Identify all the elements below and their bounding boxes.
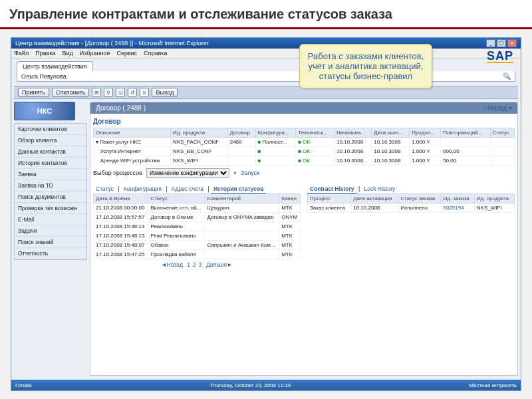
ie-window: Центр взаимодействия - [Договор ( 2488 )… <box>11 37 521 391</box>
col-header: Повторяющий... <box>441 128 490 138</box>
exit-button[interactable]: Выход <box>152 88 178 97</box>
sidebar-item[interactable]: Отчетность <box>15 248 86 259</box>
history-tab[interactable]: Статус <box>93 185 116 193</box>
status-ready: Готово <box>15 382 32 388</box>
decline-button[interactable]: Отклонить <box>52 88 89 97</box>
table-row[interactable]: ▾ Пакет услуг НКСNKS_PACK_CONF2488Полнос… <box>94 138 515 147</box>
col-header: Канал <box>279 194 301 203</box>
sap-logo: SAP <box>487 49 513 63</box>
sidebar-item[interactable]: Поиск документов <box>15 192 86 203</box>
pager: ◄Назад 123 Дальше► <box>93 261 301 268</box>
right-tabs: Contract History | Lock History <box>307 186 515 192</box>
col-header: Конфигура... <box>255 128 296 138</box>
pager-page[interactable]: 3 <box>199 261 202 268</box>
sidebar-item[interactable]: Заявка на ТО <box>15 180 86 192</box>
process-label: Выбор процессов <box>93 170 142 176</box>
table-row[interactable]: 17.10.2008 15:48:07ОбзвонСапрыкин и Акаш… <box>94 241 301 250</box>
tool-icon-2[interactable]: ⚲ <box>104 88 113 97</box>
nks-logo: НКС <box>14 102 75 120</box>
callout-note: Работа с заказами клиентов, учет и анали… <box>299 44 432 88</box>
history-tabs: Статус | Конфигурация | Адрес счета | Ис… <box>93 186 301 192</box>
minimize-button[interactable]: _ <box>486 39 495 47</box>
col-header: Ид. продукта <box>474 194 514 203</box>
toolbar: Принять Отклонить ✉ ⚲ ☑ ↺ ⎘ Выход <box>14 86 518 99</box>
sidebar-item[interactable]: Поиск знаний <box>15 237 86 248</box>
table-row[interactable]: 21.10.2008 00:00:00Включение отп. аб...Щ… <box>94 203 301 213</box>
table-row[interactable]: 17.10.2008 15:48:13Final РеализованоMTK <box>94 231 301 241</box>
user-row: Ольга Певунова 🔍 <box>17 71 515 82</box>
close-button[interactable]: × <box>507 39 517 47</box>
sidebar-item[interactable]: Проверка тех возможн <box>15 203 86 214</box>
menu-Сервис[interactable]: Сервис <box>116 50 137 57</box>
table-row[interactable]: 17.10.2008 15:47:25Прокладка кабеляMTK <box>94 250 301 259</box>
sidebar-item[interactable]: Данные контактов <box>15 146 86 158</box>
table-row[interactable]: 17.10.2008 15:57:57Договор в ОнимеДогово… <box>94 213 301 222</box>
search-icon[interactable]: 🔍 <box>503 72 511 80</box>
col-header: Ид. продукта <box>170 128 227 138</box>
history-tab[interactable]: Адрес счета <box>169 185 206 193</box>
contract-table: ОписаниеИд. продуктаДоговорКонфигура...Т… <box>93 128 515 166</box>
table-row[interactable]: Услуга ИнтернетNKS_BB_CONFOK10.10.200810… <box>94 147 515 156</box>
contract-history-table: ПроцессДата активацииСтатус заказаИд. за… <box>307 194 515 213</box>
table-row[interactable]: Аренда WiFi устройстваNKS_WIFIOK10.10.20… <box>94 156 515 166</box>
tool-icon-1[interactable]: ✉ <box>92 88 101 97</box>
sidebar-nav: Карточки клиентовОбзор клиентаДанные кон… <box>14 123 87 260</box>
sidebar-item[interactable]: E-Mail <box>15 214 86 225</box>
sidebar-item[interactable]: История контактов <box>15 158 86 169</box>
menu-Справка[interactable]: Справка <box>144 50 167 57</box>
col-header: Статус <box>148 194 205 203</box>
page-title: Договор ( 2488 ) <box>96 104 146 112</box>
sidebar-item[interactable]: Карточки клиентов <box>15 124 86 135</box>
history-table: Дата & ВремяСтатусКомментарийКанал21.10.… <box>93 194 301 259</box>
accept-button[interactable]: Принять <box>18 88 49 97</box>
col-header: Начальна... <box>334 128 372 138</box>
process-select[interactable]: Изменение конфигурации <box>146 168 229 178</box>
contract-heading: Договор <box>93 118 515 125</box>
col-header: Статус <box>490 128 514 138</box>
menu-Вид[interactable]: Вид <box>63 50 73 57</box>
pager-back[interactable]: ◄Назад <box>161 261 183 268</box>
pager-page[interactable]: 2 <box>193 261 196 268</box>
maximize-button[interactable]: ▢ <box>497 39 506 47</box>
user-name: Ольга Певунова <box>21 73 66 80</box>
status-date: Thursday, October 23, 2008 11:39 <box>210 382 291 388</box>
app-tab[interactable]: Центр взаимодействия <box>17 61 93 71</box>
col-header: Продол... <box>410 128 441 138</box>
pager-page[interactable]: 1 <box>187 261 190 268</box>
status-intranet: Местная интрасеть <box>469 382 517 388</box>
tool-icon-5[interactable]: ⎘ <box>140 88 149 97</box>
history-tab[interactable]: Конфигурация <box>121 185 164 193</box>
table-row[interactable]: 17.10.2008 15:48:13РеализованоMTK <box>94 222 301 231</box>
col-header: Комментарий <box>205 194 279 203</box>
col-header: Статус заказа <box>398 194 441 203</box>
sidebar-item[interactable]: Задачи <box>15 225 86 237</box>
pager-next[interactable]: Дальше► <box>206 261 233 268</box>
tool-icon-3[interactable]: ☑ <box>116 88 125 97</box>
col-header: Дата окон... <box>372 128 410 138</box>
col-header: Договор <box>227 128 255 138</box>
menu-Избранное[interactable]: Избранное <box>80 50 110 57</box>
sidebar-item[interactable]: Заявка <box>15 169 86 180</box>
table-row[interactable]: Заказ клиента10.10.2008Исполнено5025194N… <box>308 203 515 213</box>
col-header: Техническ... <box>296 128 334 138</box>
menu-Правка[interactable]: Правка <box>35 50 55 57</box>
history-tab[interactable]: История статусов <box>211 185 266 194</box>
col-header: Процесс <box>308 194 351 203</box>
slide-title: Управление контрактами и отслеживание ст… <box>0 0 532 29</box>
statusbar: Готово Thursday, October 23, 2008 11:39 … <box>11 380 521 390</box>
titlebar: Центр взаимодействия - [Договор ( 2488 )… <box>11 38 521 49</box>
launch-link[interactable]: Запуск <box>241 170 259 176</box>
tab-lock-history[interactable]: Lock History <box>362 185 398 193</box>
col-header: Дата & Время <box>94 194 148 203</box>
col-header: Описание <box>94 128 171 138</box>
back-button[interactable]: ‹ Назад ▾ <box>483 104 512 112</box>
window-title: Центр взаимодействия - [Договор ( 2488 )… <box>15 40 209 47</box>
sidebar-item[interactable]: Обзор клиента <box>15 135 86 146</box>
tab-contract-history[interactable]: Contract History <box>307 185 357 194</box>
col-header: Ид. заказа <box>441 194 474 203</box>
col-header: Дата активации <box>351 194 398 203</box>
menu-Файл[interactable]: Файл <box>14 50 29 57</box>
breadcrumb: Договор ( 2488 ) ‹ Назад ▾ <box>90 102 517 114</box>
menubar: ФайлПравкаВидИзбранноеСервисСправка <box>11 49 521 59</box>
tool-icon-4[interactable]: ↺ <box>128 88 137 97</box>
